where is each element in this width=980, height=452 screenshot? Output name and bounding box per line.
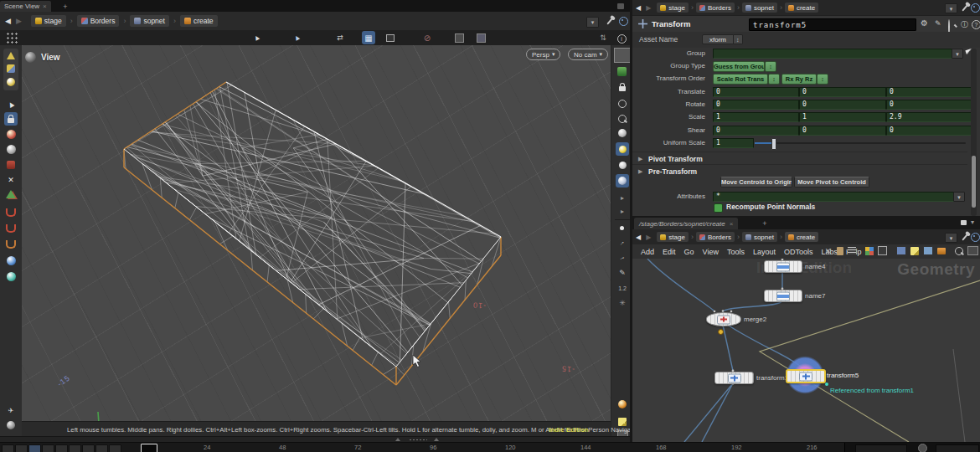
show-points-icon[interactable]: ▸ [616,191,629,204]
toolbar-help-icon[interactable]: i [615,32,628,45]
current-frame-marker[interactable]: 1 [141,444,157,452]
back-icon[interactable]: ◀ [636,234,641,241]
sort-icon[interactable]: ⇅ [596,31,610,44]
select-tool-icon[interactable]: ▲ [250,31,263,44]
attributes-dropdown[interactable]: ▾ [953,192,965,202]
path-dropdown[interactable]: ▾ [586,17,599,28]
node-name4[interactable] [764,260,802,273]
pin-icon[interactable] [605,16,615,26]
node-transform1[interactable] [714,372,754,384]
recompute-normals-checkbox[interactable] [714,203,723,213]
tab-close-icon[interactable]: × [43,3,47,10]
light-outline-icon[interactable] [616,97,629,110]
network-box-icon[interactable] [937,248,946,254]
play-controls[interactable] [55,444,68,452]
new-tab-button[interactable]: + [60,2,70,11]
point-marker-icon[interactable] [620,226,624,230]
play-controls[interactable] [2,444,14,452]
lock-icon[interactable] [4,112,18,126]
high-quality-light-icon[interactable] [616,158,629,172]
find-icon[interactable] [955,247,963,255]
help-icon[interactable]: ? [972,20,980,29]
section-pre-transform[interactable]: ▶ Pre-Transform [632,164,967,177]
translate-x-field[interactable]: 0 [713,87,799,97]
menu-view[interactable]: View [703,248,719,256]
node-merge2[interactable] [706,312,741,326]
wrench-icon[interactable]: ✕ [823,246,833,255]
play-controls[interactable] [82,444,95,452]
back-icon[interactable]: ◀ [5,17,11,25]
slider-handle[interactable] [771,138,776,150]
uniform-scale-slider[interactable] [755,138,966,148]
bottom-tool-icon[interactable] [7,421,15,429]
network-canvas[interactable]: Geometry Indie Edition [632,259,980,442]
play-controls[interactable] [28,444,41,452]
camera-select-button[interactable]: No cam▾ [568,49,608,60]
snap-multi-icon[interactable] [474,31,487,44]
point-numbers-icon[interactable]: 1.2 [616,281,629,295]
snap-magnet3-icon[interactable] [4,238,18,251]
tab-options-icon[interactable] [961,220,967,225]
brush-icon[interactable]: ✎ [935,19,941,28]
handles-tool-icon[interactable]: ▦ [362,31,375,44]
normal-lighting-icon[interactable] [616,142,629,156]
show-handles-icon[interactable] [7,78,15,86]
forward-icon[interactable]: ▶ [646,234,651,241]
box-select-icon[interactable] [384,31,397,44]
rotate-z-field[interactable]: 0 [886,100,973,110]
breadcrumb-borders[interactable]: Borders [77,15,120,27]
param-scrollbar[interactable] [971,49,977,216]
rotate-order-spinner[interactable]: ↕ [817,74,828,85]
view-magnify-icon[interactable] [616,112,629,126]
breadcrumb-borders[interactable]: Borders [696,232,735,242]
uniform-scale-field[interactable]: 1 [713,138,754,148]
vp-lock-icon[interactable] [616,80,629,94]
shear-z-field[interactable]: 0 [886,126,973,136]
xform-order-menu[interactable]: Scale Rot Trans [713,74,768,85]
node-name7[interactable] [764,290,802,302]
kinematics-icon[interactable]: ✈ [4,403,18,417]
group-type-spinner[interactable]: ↕ [765,61,776,72]
tab-scene-view[interactable]: Scene View × [0,1,51,12]
group-dropdown[interactable]: ▾ [952,49,963,59]
new-tab-button[interactable]: + [760,218,770,228]
scene-viewport[interactable]: View Persp▾ No cam▾ -10 -15 -15 [22,45,611,421]
tab-dropdown-icon[interactable]: ▾ [971,218,974,226]
radial-menu-icon[interactable] [970,3,980,13]
rotate-x-field[interactable]: 0 [713,100,799,110]
gear-icon[interactable]: ⚙ [921,18,928,28]
move-pivot-button[interactable]: Move Pivot to Centroid [794,177,869,187]
menu-add[interactable]: Add [641,248,654,256]
info-icon[interactable]: ⓘ [961,19,968,30]
follow-tool-icon[interactable] [7,272,16,281]
radial-menu-icon[interactable] [618,16,628,26]
warning-display-icon[interactable] [618,400,627,408]
group-type-menu[interactable]: Guess from Group [713,61,765,72]
breadcrumb-stage[interactable]: stage [31,15,66,27]
show-prims-icon[interactable]: ▸ [616,204,629,218]
play-controls[interactable] [42,444,54,452]
snap-magnet-icon[interactable] [4,206,18,219]
view-tool-group[interactable] [3,49,18,90]
breadcrumb-sopnet[interactable]: sopnet [742,232,777,242]
post-it-icon[interactable] [910,247,919,255]
play-controls[interactable] [109,444,121,452]
breadcrumb-borders[interactable]: Borders [696,3,735,13]
snap-magnet2-icon[interactable] [4,222,18,235]
scale-x-field[interactable]: 1 [713,112,799,122]
image-icon[interactable] [896,246,906,255]
scrollbar-thumb[interactable] [972,156,976,208]
quickview-icon[interactable] [967,246,978,255]
snapshot-thumbnail[interactable] [614,48,632,63]
group-field[interactable] [713,49,953,59]
lasso-select-icon[interactable]: ▲ [290,31,303,44]
path-dropdown[interactable]: ▾ [945,3,957,13]
scale-handle-icon[interactable] [7,161,15,169]
breadcrumb-stage[interactable]: stage [657,3,689,13]
view-mode-icon[interactable] [7,52,15,59]
menu-odtools[interactable]: ODTools [784,248,813,256]
xform-order-spinner[interactable]: ↕ [768,74,780,85]
translate-handle-icon[interactable] [7,130,16,139]
headlight-icon[interactable] [618,129,627,137]
forward-icon[interactable]: ▶ [646,4,651,12]
